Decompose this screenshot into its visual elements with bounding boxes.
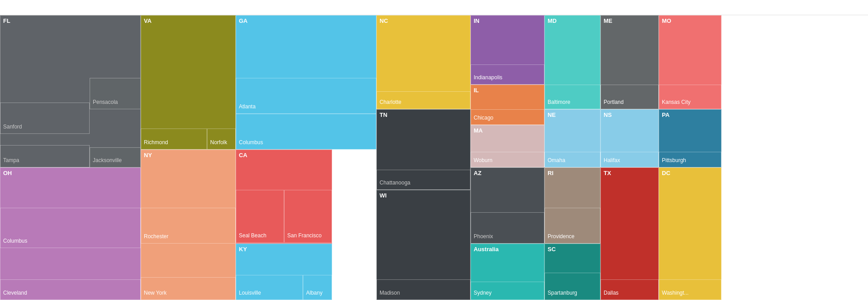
state-label: ME <box>604 17 613 25</box>
tile-city-Dallas[interactable]: Dallas <box>600 279 659 300</box>
city-label: Washingt... <box>662 290 689 297</box>
tile-city-Portland[interactable]: Portland <box>600 85 659 109</box>
tile-city-Seal-Beach[interactable]: Seal Beach <box>236 190 284 243</box>
city-label: Tampa <box>3 157 19 164</box>
city-label: Jacksonville <box>93 157 122 164</box>
state-label: WI <box>380 192 387 199</box>
state-label: FL <box>3 17 10 25</box>
tile-city-Sydney[interactable]: Sydney <box>471 282 544 300</box>
state-label: NY <box>144 152 152 159</box>
city-label: Charlotte <box>380 99 402 106</box>
tile-city-Richmond[interactable]: Richmond <box>141 129 207 150</box>
tile-city-Providence[interactable]: Providence <box>544 208 600 244</box>
state-label: VA <box>144 17 151 25</box>
tile-city-Cleveland[interactable]: Cleveland <box>0 279 141 300</box>
state-label: IN <box>474 17 479 25</box>
tile-city-Chicago[interactable]: Chicago <box>471 109 544 125</box>
state-label: AZ <box>474 170 481 177</box>
state-label: MO <box>662 17 671 25</box>
state-label: NS <box>604 111 612 119</box>
city-label: Kansas City <box>662 99 691 106</box>
city-label: Portland <box>604 99 624 106</box>
tile-city-Rochester[interactable]: Rochester <box>141 208 236 244</box>
tile-city-Columbus[interactable]: Columbus <box>236 114 376 150</box>
tile-city-Louisville[interactable]: Louisville <box>236 275 303 300</box>
tile-city-Jacksonville[interactable]: Jacksonville <box>90 147 141 167</box>
state-label: RI <box>548 170 553 177</box>
tile-city-Pensacola[interactable]: Pensacola <box>90 78 141 109</box>
tile-city-Kansas-City[interactable]: Kansas City <box>659 85 721 109</box>
city-label: Spartanburg <box>548 290 577 297</box>
city-label: Woburn <box>474 157 492 164</box>
tile-city-Columbus[interactable]: Columbus <box>0 208 141 248</box>
state-label: PA <box>662 111 669 119</box>
city-label: Pensacola <box>93 99 118 106</box>
tile-city-New-York[interactable]: New York <box>141 277 236 300</box>
tile-city-Madison[interactable]: Madison <box>376 279 471 300</box>
city-label: Pittsburgh <box>662 157 686 164</box>
city-label: New York <box>144 290 167 297</box>
state-label: GA <box>239 17 248 25</box>
state-label: TX <box>604 170 611 177</box>
tile-city-Charlotte[interactable]: Charlotte <box>376 91 471 109</box>
tile-city-Halifax[interactable]: Halifax <box>600 152 659 167</box>
tile-city-Sanford[interactable]: Sanford <box>0 103 90 134</box>
city-label: Seal Beach <box>239 232 266 240</box>
tile-city-Chattanooga[interactable]: Chattanooga <box>376 170 471 190</box>
city-label: Madison <box>380 290 400 297</box>
state-label: MA <box>474 127 483 134</box>
tile-city-San-Francisco[interactable]: San Francisco <box>284 190 332 243</box>
city-label: Chattanooga <box>380 180 410 187</box>
city-label: Sanford <box>3 124 22 131</box>
city-label: Baltimore <box>548 99 570 106</box>
tile-city-Pittsburgh[interactable]: Pittsburgh <box>659 152 721 167</box>
city-label: Dallas <box>604 290 618 297</box>
city-label: Halifax <box>604 157 620 164</box>
city-label: Sydney <box>474 290 492 297</box>
tile-city-Norfolk[interactable]: Norfolk <box>207 129 236 150</box>
tile-city-Indianapolis[interactable]: Indianapolis <box>471 64 544 85</box>
tile-city-Baltimore[interactable]: Baltimore <box>544 85 600 109</box>
city-label: Indianapolis <box>474 74 502 81</box>
state-label: TN <box>380 111 387 119</box>
city-label: Norfolk <box>210 139 227 146</box>
treemap: FLSanfordTampaPensacolaJacksonvilleVARic… <box>0 15 868 300</box>
city-label: Omaha <box>548 157 565 164</box>
tile-city-Woburn[interactable]: Woburn <box>471 152 544 167</box>
state-label: CA <box>239 152 247 159</box>
tile-city-Omaha[interactable]: Omaha <box>544 152 600 167</box>
state-label: NE <box>548 111 556 119</box>
tile-city-Albany[interactable]: Albany <box>303 275 332 300</box>
chart-title <box>0 0 868 15</box>
state-label: MD <box>548 17 557 25</box>
city-label: Louisville <box>239 290 261 297</box>
city-label: Albany <box>306 290 323 297</box>
state-label: NC <box>380 17 388 25</box>
tile-city-Spartanburg[interactable]: Spartanburg <box>544 273 600 300</box>
city-label: Columbus <box>3 238 27 245</box>
state-label: Australia <box>474 246 499 253</box>
city-label: San Francisco <box>287 232 322 240</box>
state-label: SC <box>548 246 556 253</box>
city-label: Columbus <box>239 139 263 146</box>
tile-city-Atlanta[interactable]: Atlanta <box>236 78 376 114</box>
tile-city-Washingt...[interactable]: Washingt... <box>659 279 721 300</box>
city-label: Richmond <box>144 139 168 146</box>
tile-city-Tampa[interactable]: Tampa <box>0 145 90 167</box>
city-label: Chicago <box>474 115 493 122</box>
city-label: Rochester <box>144 233 168 240</box>
state-label: KY <box>239 246 247 253</box>
city-label: Atlanta <box>239 103 255 111</box>
city-label: Providence <box>548 233 574 240</box>
state-label: DC <box>662 170 670 177</box>
state-label: OH <box>3 170 12 177</box>
city-label: Cleveland <box>3 290 27 297</box>
state-label: IL <box>474 87 479 94</box>
city-label: Phoenix <box>474 233 493 240</box>
tile-city-Phoenix[interactable]: Phoenix <box>471 212 544 244</box>
